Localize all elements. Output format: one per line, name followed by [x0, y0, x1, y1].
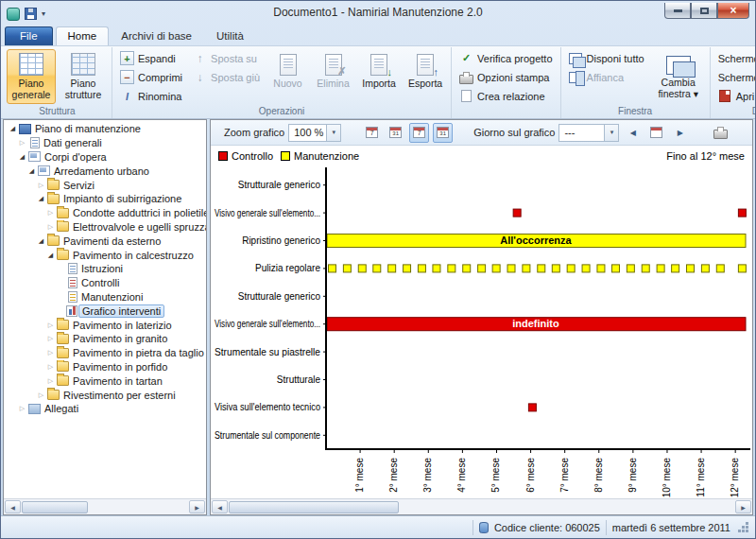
verifica-progetto-button[interactable]: ✓ Verifica progetto [455, 49, 557, 67]
crea-relazione-button[interactable]: Crea relazione [455, 87, 557, 105]
expanded-arrow-icon[interactable]: ◢ [26, 167, 37, 175]
tree-item[interactable]: ▷Servizi [4, 178, 206, 192]
tree-item[interactable]: Grafico interventi [4, 304, 206, 318]
tree-item[interactable]: Controlli [4, 276, 206, 290]
disponi-tutto-button[interactable]: Disponi tutto [565, 49, 648, 67]
sposta-su-button[interactable]: ↑ Sposta su [189, 49, 264, 67]
calendar-7-icon [366, 127, 378, 138]
tree-item[interactable]: ◢Pavimenti da esterno [4, 234, 206, 248]
resize-grip[interactable] [738, 522, 749, 533]
app-icon[interactable] [7, 8, 20, 21]
tree-item[interactable]: ◢Pavimento in calcestruzzo [4, 248, 206, 262]
rinomina-button[interactable]: Rinomina [116, 87, 186, 105]
nuovo-button[interactable]: Nuovo [266, 49, 309, 104]
y-axis-label: Strutturale [277, 374, 321, 385]
tree-item[interactable]: ▷Pavimento in porfido [4, 360, 206, 374]
quick-access-toolbar: ▾ [7, 8, 45, 21]
piano-strutture-button[interactable]: Piano strutture [59, 49, 108, 104]
affianca-button[interactable]: Affianca [565, 68, 648, 86]
collapsed-arrow-icon[interactable]: ▷ [17, 405, 27, 412]
today-button[interactable] [646, 123, 666, 143]
collapse-icon [120, 70, 134, 84]
scrollbar-thumb[interactable] [22, 501, 88, 513]
view-month-scale-button[interactable] [433, 123, 453, 143]
expanded-arrow-icon[interactable]: ◢ [36, 195, 46, 202]
affianca-label: Affianca [587, 72, 625, 83]
folder-icon [57, 348, 69, 358]
espandi-button[interactable]: Espandi [116, 49, 186, 67]
tab-archivi-di-base[interactable]: Archivi di base [109, 26, 204, 45]
title-bar[interactable]: ▾ Documento1 - Namirial Manutenzione 2.0… [1, 1, 755, 24]
tree-item[interactable]: ▷Elettrovalvole e ugelli spruzzat [4, 220, 206, 235]
tree-item[interactable]: ▷Rivestimento per esterni [4, 388, 206, 402]
save-icon[interactable] [25, 8, 37, 20]
scroll-left-button[interactable]: ◀ [212, 500, 228, 513]
print-button[interactable] [711, 123, 730, 143]
view-31-days-button[interactable] [386, 123, 405, 143]
importa-button[interactable]: ↓ Importa [357, 49, 401, 104]
scroll-left-button[interactable]: ◀ [5, 500, 21, 513]
piano-generale-button[interactable]: Piano generale [7, 49, 56, 104]
tree-horizontal-scrollbar[interactable]: ◀ ▶ [4, 498, 206, 514]
schermo-1280-button[interactable]: Schermo 1280x1024 [714, 68, 755, 86]
zoom-combobox[interactable]: 100 % ▾ [288, 124, 341, 142]
tree-item[interactable]: ◢Arredamento urbano [4, 164, 206, 178]
tree-item[interactable]: ◢Impianto di subirrigazione [4, 192, 206, 206]
day-combobox[interactable]: --- ▾ [558, 124, 619, 142]
minimize-button[interactable] [664, 3, 691, 19]
esporta-button[interactable]: ↑ Esporta [404, 49, 447, 104]
tree-item[interactable]: Manutenzioni [4, 290, 206, 304]
expanded-arrow-icon[interactable]: ◢ [17, 153, 27, 161]
tab-home[interactable]: Home [56, 26, 110, 45]
collapsed-arrow-icon[interactable]: ▷ [45, 223, 56, 231]
maximize-button[interactable] [691, 3, 717, 19]
scroll-right-button[interactable]: ▶ [735, 500, 751, 513]
collapsed-arrow-icon[interactable]: ▷ [45, 209, 56, 217]
next-day-button[interactable]: ▶ [670, 123, 690, 143]
collapsed-arrow-icon[interactable]: ▷ [45, 363, 56, 371]
scrollbar-thumb[interactable] [229, 501, 399, 513]
elimina-button[interactable]: ✗ Elimina [312, 49, 354, 104]
comprimi-button[interactable]: Comprimi [116, 68, 186, 86]
close-button[interactable]: × [717, 3, 749, 19]
tree-item[interactable]: ▷Pavimento in pietra da taglio [4, 346, 206, 360]
docred-icon [68, 277, 77, 288]
tree-item[interactable]: ▷Dati generali [4, 136, 206, 150]
collapsed-arrow-icon[interactable]: ▷ [36, 391, 46, 399]
collapsed-arrow-icon[interactable]: ▷ [17, 139, 27, 147]
tree-item[interactable]: ▷Allegati [4, 402, 206, 416]
sposta-su-label: Sposta su [211, 53, 257, 64]
tree-item[interactable]: ▷Pavimento in tartan [4, 374, 206, 388]
expanded-arrow-icon[interactable]: ◢ [36, 237, 46, 245]
qat-dropdown-icon[interactable]: ▾ [42, 9, 45, 18]
sposta-giu-button[interactable]: ↓ Sposta giù [189, 68, 264, 86]
tree-item[interactable]: ▷Pavimento in laterizio [4, 318, 206, 332]
chart-horizontal-scrollbar[interactable]: ◀ ▶ [211, 498, 752, 514]
schermo-1024-button[interactable]: Schermo 1024x768 [714, 49, 755, 67]
cambia-finestra-button[interactable]: Cambia finestra ▾ [651, 49, 706, 104]
apri-documento-button[interactable]: Apri documento [714, 87, 755, 105]
view-7-days-button[interactable] [362, 123, 382, 143]
tree-item[interactable]: ◢Corpi d'opera [4, 150, 206, 165]
tree-item[interactable]: ◢Piano di manutenzione [4, 122, 206, 136]
chevron-down-icon[interactable]: ▾ [326, 125, 340, 141]
tab-utilita[interactable]: Utilità [204, 26, 256, 45]
expanded-arrow-icon[interactable]: ◢ [45, 252, 56, 259]
expanded-arrow-icon[interactable]: ◢ [8, 125, 18, 132]
tree-item[interactable]: Istruzioni [4, 262, 206, 276]
prev-day-button[interactable]: ◀ [623, 123, 643, 143]
arrange-windows-icon [569, 53, 582, 64]
scroll-right-button[interactable]: ▶ [189, 500, 205, 513]
collapsed-arrow-icon[interactable]: ▷ [45, 335, 56, 342]
chevron-down-icon[interactable]: ▾ [604, 125, 618, 141]
chart-toolbar: Zoom grafico 100 % ▾ Giorno sul grafico … [211, 120, 752, 146]
opzioni-stampa-button[interactable]: Opzioni stampa [455, 68, 557, 86]
collapsed-arrow-icon[interactable]: ▷ [45, 322, 56, 329]
collapsed-arrow-icon[interactable]: ▷ [45, 377, 56, 385]
tab-file[interactable]: File [5, 26, 53, 45]
collapsed-arrow-icon[interactable]: ▷ [36, 182, 46, 189]
tree-item[interactable]: ▷Pavimento in granito [4, 332, 206, 346]
view-week-scale-button[interactable] [409, 123, 429, 143]
collapsed-arrow-icon[interactable]: ▷ [45, 349, 56, 356]
tree-item[interactable]: ▷Condotte adduttrici in polietile [4, 206, 206, 220]
